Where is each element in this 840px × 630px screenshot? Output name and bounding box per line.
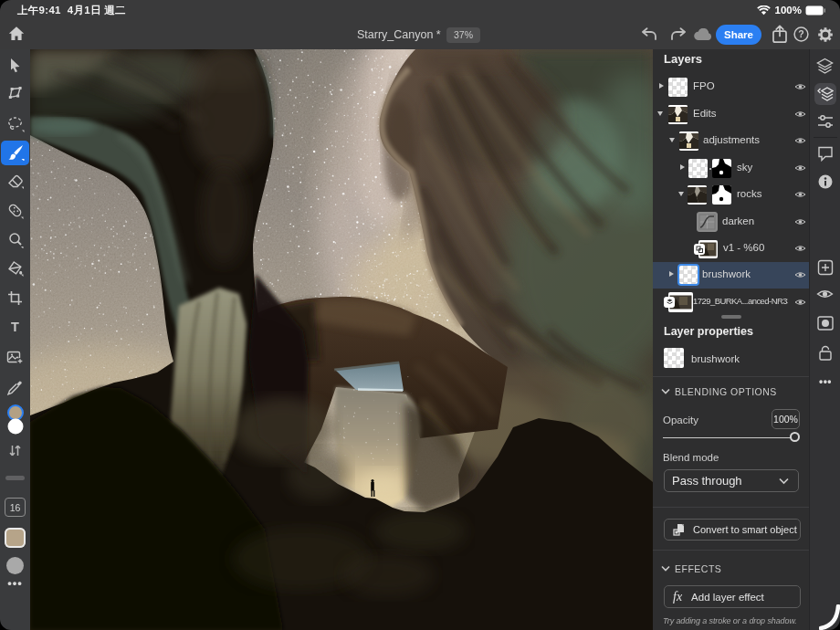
svg-text:?: ? [798, 28, 803, 39]
